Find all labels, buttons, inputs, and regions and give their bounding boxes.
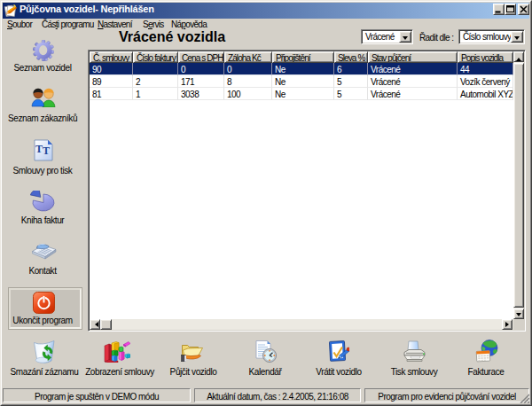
svg-text:T: T (35, 143, 43, 155)
svg-text:T: T (43, 144, 50, 157)
